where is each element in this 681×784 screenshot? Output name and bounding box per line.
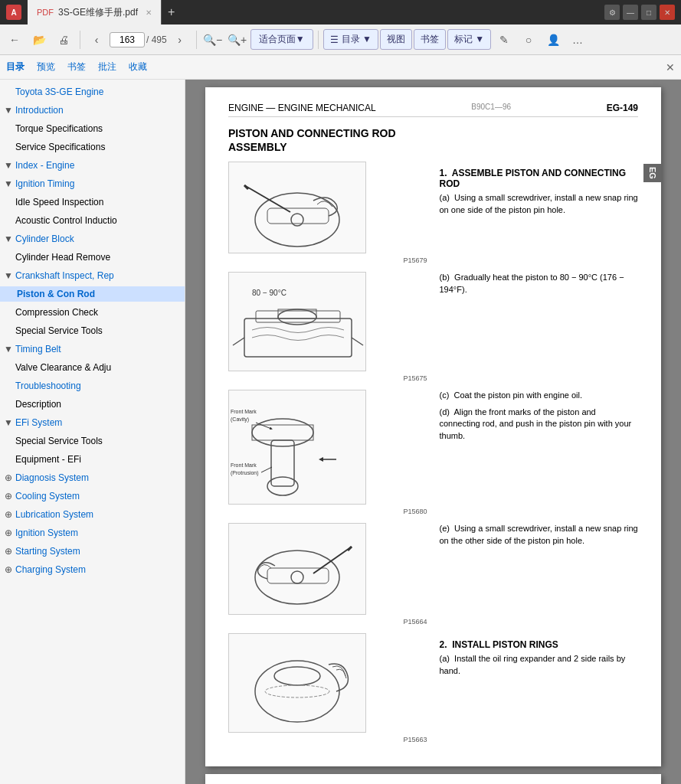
- open-file-button[interactable]: 📂: [28, 28, 51, 51]
- svg-rect-6: [256, 311, 340, 322]
- sidebar-item-efi-equip[interactable]: Equipment - EFi: [0, 450, 185, 469]
- sidebar-item-label: Special Service Tools: [15, 324, 103, 338]
- sidebar-item-cyl-head[interactable]: Cylinder Head Remove: [0, 248, 185, 266]
- preview-tab[interactable]: 预览: [37, 60, 55, 74]
- sidebar-item-label: Piston & Con Rod: [15, 287, 97, 301]
- sidebar-item-description[interactable]: Description: [0, 395, 185, 413]
- sidebar-item-index-engine[interactable]: ▼ Index - Engine: [0, 156, 185, 175]
- svg-line-24: [313, 547, 352, 573]
- sidebar-item-lubrication[interactable]: ⊕ Lubrication System: [0, 505, 185, 524]
- favorites-tab[interactable]: 收藏: [129, 60, 147, 74]
- fit-page-button[interactable]: 适合页面▼: [250, 29, 313, 50]
- page-header-title: ENGINE — ENGINE MECHANICAL: [228, 103, 376, 113]
- svg-rect-17: [271, 440, 294, 486]
- zoom-in-button[interactable]: 🔍+: [226, 28, 249, 51]
- bookmark-button[interactable]: 书签: [414, 29, 446, 50]
- mark-button[interactable]: 标记 ▼: [447, 29, 491, 50]
- view-button[interactable]: 视图: [380, 29, 412, 50]
- sidebar-item-torque[interactable]: Torque Specifications: [0, 119, 185, 138]
- active-tab[interactable]: PDF 3S-GE维修手册.pdf ✕: [28, 0, 162, 24]
- print-button[interactable]: 🖨: [52, 28, 75, 51]
- svg-text:Front Mark: Front Mark: [231, 409, 257, 414]
- new-tab-button[interactable]: +: [162, 0, 181, 24]
- fig3-label: P15680: [228, 508, 427, 515]
- tab-close-button[interactable]: ✕: [146, 8, 152, 17]
- window-controls: ⚙ — □ ✕: [604, 5, 675, 20]
- title-bar: A PDF 3S-GE维修手册.pdf ✕ + ⚙ — □ ✕: [0, 0, 681, 24]
- step1b-block: 80 − 90°C P15675 (b) Gradually heat the …: [228, 272, 638, 382]
- diagram-3: Front Mark (Cavity) Front Mark (Protrusi…: [228, 390, 366, 505]
- toc-tab[interactable]: 目录: [6, 60, 25, 74]
- step1d-text: (d) Align the front marks of the piston …: [440, 407, 639, 442]
- back-button[interactable]: ←: [3, 28, 26, 51]
- step1e-block: P15664 (e) Using a small screwdriver, in…: [228, 523, 638, 626]
- tab-bar: PDF 3S-GE维修手册.pdf ✕ +: [28, 0, 598, 24]
- sidebar-item-cylinder-block[interactable]: ▼ Cylinder Block: [0, 230, 185, 248]
- page-number-input[interactable]: [113, 34, 141, 45]
- sidebar-item-piston-con[interactable]: Piston & Con Rod: [0, 285, 185, 303]
- sidebar-item-crankshaft[interactable]: ▼ Crankshaft Inspect, Rep: [0, 266, 185, 285]
- sidebar-item-service[interactable]: Service Specifications: [0, 138, 185, 156]
- svg-line-21: [261, 467, 272, 472]
- minimize-button[interactable]: —: [623, 5, 638, 20]
- sidebar-item-idle-speed[interactable]: Idle Speed Inspection: [0, 193, 185, 211]
- toc-button[interactable]: ☰ 目录 ▼: [323, 29, 378, 50]
- annotation-tab[interactable]: 批注: [98, 60, 116, 74]
- sidebar-item-ignition-timing[interactable]: ▼ Ignition Timing: [0, 175, 185, 193]
- step1c-text: (c) Coat the piston pin with engine oil.: [440, 390, 639, 401]
- expand-icon: ▼: [3, 177, 14, 191]
- sidebar-item-label: Ignition Timing: [15, 177, 74, 191]
- page-header-1: ENGINE — ENGINE MECHANICAL B90C1—96 EG-1…: [228, 103, 638, 117]
- sidebar-item-starting[interactable]: ⊕ Starting System: [0, 542, 185, 560]
- sidebar-item-acoustic[interactable]: Acoustic Control Inductio: [0, 211, 185, 230]
- sidebar-item-ignition[interactable]: ⊕ Ignition System: [0, 524, 185, 542]
- sidebar-item-label: Special Service Tools: [15, 434, 103, 448]
- sidebar-item-label: Starting System: [15, 544, 80, 558]
- user-button[interactable]: 👤: [542, 28, 565, 51]
- shape-button[interactable]: ○: [517, 28, 540, 51]
- sidebar-item-label: Troubleshooting: [15, 379, 81, 393]
- eg-badge: EG: [643, 164, 662, 182]
- sidebar-item-efi[interactable]: ▼ EFi System: [0, 413, 185, 432]
- sidebar-item-cooling[interactable]: ⊕ Cooling System: [0, 487, 185, 505]
- svg-line-16: [256, 423, 271, 429]
- next-page-button[interactable]: ›: [169, 28, 192, 51]
- sidebar-item-toyota[interactable]: Toyota 3S-GE Engine: [0, 83, 185, 101]
- sidebar-item-label: Idle Speed Inspection: [15, 195, 103, 209]
- expand-icon: ▼: [3, 269, 14, 283]
- sidebar-item-label: Introduction: [15, 103, 64, 117]
- step1a-text: (a) Using a small screwdriver, install a…: [440, 192, 639, 216]
- sidebar-item-diagnosis[interactable]: ⊕ Diagnosis System: [0, 469, 185, 487]
- pen-button[interactable]: ✎: [493, 28, 516, 51]
- zoom-out-button[interactable]: 🔍−: [201, 28, 224, 51]
- close-button[interactable]: ✕: [660, 5, 675, 20]
- expand-icon: ▼: [3, 103, 14, 117]
- settings-icon[interactable]: ⚙: [604, 5, 620, 20]
- svg-line-9: [233, 338, 244, 345]
- maximize-button[interactable]: □: [641, 5, 656, 20]
- sidebar-item-charging[interactable]: ⊕ Charging System: [0, 560, 185, 579]
- sidebar-item-valve[interactable]: Valve Clearance & Adju: [0, 358, 185, 377]
- step2a-text: (a) Install the oil ring expander and 2 …: [440, 653, 639, 677]
- sidebar-item-special-tools[interactable]: Special Service Tools: [0, 322, 185, 340]
- sidebar-item-compression[interactable]: Compression Check: [0, 303, 185, 322]
- bookmark-tab[interactable]: 书签: [67, 60, 86, 74]
- diagram-1: [228, 162, 366, 253]
- sidebar-item-label: Crankshaft Inspect, Rep: [15, 269, 114, 283]
- section-title: PISTON AND CONNECTING RODASSEMBLY: [228, 126, 638, 154]
- fig5-label: P15663: [228, 736, 427, 743]
- sidebar-item-troubleshoot[interactable]: Troubleshooting: [0, 377, 185, 395]
- sidebar-item-intro[interactable]: ▼ Introduction: [0, 101, 185, 119]
- sidebar-item-timing-belt[interactable]: ▼ Timing Belt: [0, 340, 185, 358]
- sidebar-item-efi-special[interactable]: Special Service Tools: [0, 432, 185, 450]
- step1e-desc: (e) Using a small screwdriver, install a…: [440, 523, 639, 551]
- more-button[interactable]: …: [566, 28, 589, 51]
- expand-icon: ▼: [3, 232, 14, 246]
- step1e-text: (e) Using a small screwdriver, install a…: [440, 523, 639, 547]
- prev-page-button[interactable]: ‹: [85, 28, 108, 51]
- panel-close-button[interactable]: ✕: [666, 61, 675, 74]
- svg-text:(Cavity): (Cavity): [231, 416, 249, 423]
- page-input-wrap: [110, 32, 145, 47]
- diagram-4: [228, 523, 366, 615]
- sidebar-item-label: Valve Clearance & Adju: [15, 361, 111, 374]
